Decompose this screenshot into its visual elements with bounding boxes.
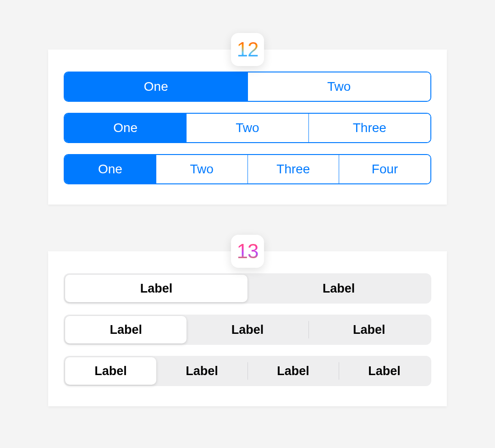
ios12-segmented-4: One Two Three Four bbox=[64, 154, 431, 184]
ios12-panel: One Two One Two Three One Two Three Four bbox=[48, 50, 447, 205]
ios13-seg3-item-2[interactable]: Label bbox=[308, 316, 430, 343]
ios12-segmented-3: One Two Three bbox=[64, 113, 431, 143]
ios13-segmented-4: Label Label Label Label bbox=[64, 356, 431, 386]
ios13-seg2-item-0[interactable]: Label bbox=[65, 275, 248, 302]
ios12-seg2-item-two[interactable]: Two bbox=[248, 72, 431, 101]
ios12-seg3-item-three[interactable]: Three bbox=[308, 114, 430, 142]
ios12-seg3-item-one[interactable]: One bbox=[65, 114, 186, 142]
ios12-segmented-2: One Two bbox=[64, 72, 431, 102]
ios13-badge-label: 13 bbox=[237, 240, 258, 263]
ios12-seg4-item-one[interactable]: One bbox=[65, 155, 156, 183]
ios13-segmented-2: Label Label bbox=[64, 273, 431, 304]
ios13-segmented-3: Label Label Label bbox=[64, 315, 431, 345]
ios13-seg2-item-1[interactable]: Label bbox=[248, 275, 430, 302]
ios13-badge: 13 bbox=[231, 235, 264, 268]
ios13-seg3-item-0[interactable]: Label bbox=[65, 316, 187, 343]
ios13-seg4-item-3[interactable]: Label bbox=[339, 357, 430, 385]
ios12-seg4-item-four[interactable]: Four bbox=[339, 155, 430, 183]
ios12-seg4-item-three[interactable]: Three bbox=[248, 155, 339, 183]
ios12-badge: 12 bbox=[231, 33, 264, 66]
ios13-seg4-item-1[interactable]: Label bbox=[156, 357, 248, 385]
ios13-panel: Label Label Label Label Label Label Labe… bbox=[48, 251, 447, 406]
ios13-seg4-item-2[interactable]: Label bbox=[248, 357, 339, 385]
ios12-seg2-item-one[interactable]: One bbox=[65, 72, 248, 101]
ios13-seg4-item-0[interactable]: Label bbox=[65, 357, 156, 385]
ios12-badge-label: 12 bbox=[237, 38, 258, 61]
ios12-seg4-item-two[interactable]: Two bbox=[156, 155, 248, 183]
ios13-seg3-item-1[interactable]: Label bbox=[187, 316, 308, 343]
ios12-seg3-item-two[interactable]: Two bbox=[186, 114, 308, 142]
